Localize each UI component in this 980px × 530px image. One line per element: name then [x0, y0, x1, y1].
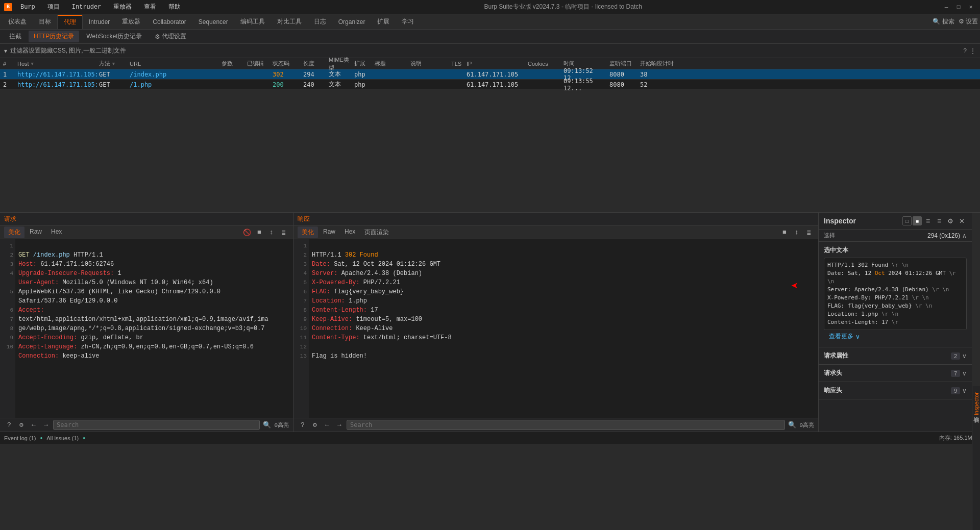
row2-host: http://61.147.171.105:62746	[15, 81, 97, 88]
inspector-request-properties-header[interactable]: 请求属性 2 ∨	[819, 347, 972, 364]
col-header-mime[interactable]: MIME类型	[327, 56, 352, 71]
inspector-request-headers-header[interactable]: 请求头 7 ∨	[819, 365, 972, 382]
request-tab-beautify[interactable]: 美化	[4, 226, 24, 238]
inspector-layout1-icon[interactable]: □	[902, 216, 912, 225]
filter-label[interactable]: ▾ 过滤器设置隐藏CSS, 图片,一般二进制文件	[4, 46, 126, 55]
tab-dashboard[interactable]: 仪表盘	[2, 15, 33, 29]
close-button[interactable]: ✕	[966, 2, 976, 12]
menu-help[interactable]: 帮助	[164, 2, 185, 12]
search-icon[interactable]: 🔍 搜索	[933, 17, 954, 26]
all-issues-label[interactable]: All issues (1)	[46, 435, 79, 441]
tab-intercept[interactable]: 拦截	[4, 31, 27, 42]
maximize-button[interactable]: □	[953, 2, 964, 12]
request-help-icon[interactable]: ?	[4, 420, 14, 430]
inspector-collapse-icon[interactable]: ∧	[962, 232, 967, 239]
menu-project[interactable]: 项目	[43, 2, 64, 12]
col-header-port[interactable]: 监听端口	[607, 60, 638, 67]
response-tab-raw[interactable]: Raw	[319, 226, 339, 238]
tab-http-history[interactable]: HTTP历史记录	[29, 31, 79, 42]
col-header-comment[interactable]: 说明	[408, 60, 449, 67]
tab-encoder[interactable]: 编码工具	[234, 15, 271, 29]
tab-learn[interactable]: 学习	[396, 15, 420, 29]
tab-websocket-history[interactable]: WebSocket历史记录	[81, 31, 147, 42]
col-header-ext[interactable]: 扩展	[352, 60, 373, 67]
request-view-icon[interactable]: ■	[254, 228, 264, 238]
sidebar-tab-diagnostics[interactable]: 诊断	[971, 423, 980, 432]
request-next-icon[interactable]: →	[41, 420, 51, 430]
col-header-length[interactable]: 长度	[301, 60, 327, 67]
response-tab-render[interactable]: 页面渲染	[360, 226, 393, 238]
event-log-label[interactable]: Event log (1)	[4, 435, 36, 441]
menu-repeater[interactable]: 重放器	[109, 2, 136, 12]
request-prev-icon[interactable]: ←	[29, 420, 39, 430]
response-help-icon[interactable]: ?	[298, 420, 308, 430]
response-tab-beautify[interactable]: 美化	[298, 226, 318, 238]
menu-intruder[interactable]: Intruder	[68, 3, 106, 12]
col-header-status[interactable]: 状态码	[271, 60, 301, 67]
collapse-icon[interactable]: ∨	[962, 387, 967, 394]
request-wrap-icon[interactable]: ↕	[266, 228, 277, 238]
response-search-icon[interactable]: 🔍	[787, 420, 797, 430]
tab-compare[interactable]: 对比工具	[271, 15, 308, 29]
col-header-params[interactable]: 参数	[219, 60, 245, 67]
response-prev-icon[interactable]: ←	[322, 420, 332, 430]
inspector-close-icon[interactable]: ✕	[957, 216, 967, 226]
response-tab-hex[interactable]: Hex	[340, 226, 359, 238]
tab-repeater[interactable]: 重放器	[116, 15, 146, 29]
tab-logger[interactable]: 日志	[308, 15, 332, 29]
settings-icon[interactable]: ⚙ 设置	[959, 17, 978, 26]
tab-extensions[interactable]: 扩展	[371, 15, 396, 29]
request-search-input[interactable]	[53, 420, 260, 430]
selected-text-box[interactable]: HTTP/1.1 302 Found \r \n Date: Sat, 12 O…	[824, 258, 967, 330]
collapse-icon[interactable]: ∨	[962, 352, 967, 360]
see-more-button[interactable]: 查看更多 ∨	[824, 330, 967, 343]
inspector-align-icon[interactable]: ≡	[923, 216, 933, 226]
menu-view[interactable]: 查看	[140, 2, 160, 12]
no-intercept-icon[interactable]: 🚫	[242, 228, 252, 238]
sidebar-tab-inspector[interactable]: Inspector	[972, 388, 981, 419]
response-view-icon[interactable]: ■	[779, 228, 790, 238]
collapse-icon[interactable]: ∨	[962, 370, 967, 377]
tab-sequencer[interactable]: Sequencer	[192, 15, 234, 29]
response-headers-label: 响应头	[824, 386, 842, 395]
response-code-content[interactable]: HTTP/1.1 302 Found Date: Sat, 12 Oct 202…	[309, 239, 818, 418]
col-header-method[interactable]: 方法▼	[97, 60, 128, 67]
col-header-title[interactable]: 标题	[373, 60, 408, 67]
tab-target[interactable]: 目标	[33, 15, 57, 29]
col-header-ip[interactable]: IP	[464, 61, 526, 67]
col-header-duration[interactable]: 开始响应计时	[638, 60, 679, 67]
request-code-content[interactable]: GET /index.php HTTP/1.1 Host: 61.147.171…	[15, 239, 293, 418]
tab-collaborator[interactable]: Collaborator	[146, 15, 192, 29]
help-icon[interactable]: ?	[963, 47, 967, 55]
request-tab-hex[interactable]: Hex	[47, 226, 66, 238]
inspector-layout2-icon[interactable]: ■	[913, 216, 922, 225]
col-header-cookies[interactable]: Cookies	[526, 61, 561, 67]
col-header-tls[interactable]: TLS	[449, 61, 464, 67]
request-menu-icon[interactable]: ≣	[279, 228, 289, 238]
inspector-format-icon[interactable]: ≡	[934, 216, 944, 226]
tab-organizer[interactable]: Organizer	[332, 15, 372, 29]
inspector-response-headers-header[interactable]: 响应头 9 ∨	[819, 382, 972, 399]
col-header-time[interactable]: 时间	[561, 60, 607, 67]
minimize-button[interactable]: —	[941, 2, 951, 12]
table-row[interactable]: 2 http://61.147.171.105:62746 GET /1.php…	[0, 80, 980, 90]
response-search-input[interactable]	[347, 420, 785, 430]
col-header-edited[interactable]: 已编辑	[245, 60, 271, 67]
request-search-icon[interactable]: 🔍	[262, 420, 272, 430]
tab-intruder[interactable]: Intruder	[83, 15, 116, 29]
menu-burp[interactable]: Burp	[16, 3, 39, 12]
response-next-icon[interactable]: →	[334, 420, 345, 430]
col-header-num[interactable]: #	[0, 61, 15, 67]
response-settings-icon[interactable]: ⚙	[310, 420, 320, 430]
col-header-url[interactable]: URL	[128, 61, 219, 67]
table-row[interactable]: 1 http://61.147.171.105:62746 GET /index…	[0, 69, 980, 80]
tab-proxy-settings[interactable]: ⚙ 代理设置	[150, 31, 191, 42]
request-tab-raw[interactable]: Raw	[26, 226, 46, 238]
response-wrap-icon[interactable]: ↕	[792, 228, 802, 238]
inspector-settings-icon[interactable]: ⚙	[945, 216, 955, 226]
request-settings-icon[interactable]: ⚙	[16, 420, 27, 430]
tab-proxy[interactable]: 代理	[57, 15, 83, 29]
col-header-host[interactable]: Host▼	[15, 61, 97, 67]
more-icon[interactable]: ⋮	[970, 47, 976, 55]
response-menu-icon[interactable]: ≣	[804, 228, 814, 238]
